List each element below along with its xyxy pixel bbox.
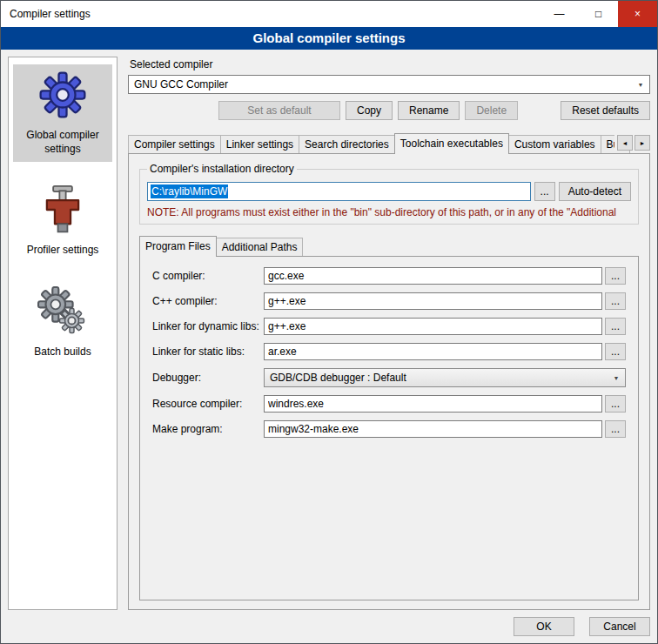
reset-defaults-button[interactable]: Reset defaults bbox=[561, 101, 650, 120]
sidebar-item-profiler-settings[interactable]: Profiler settings bbox=[13, 179, 112, 264]
resource-compiler-label: Resource compiler: bbox=[152, 398, 264, 410]
tab-custom-variables[interactable]: Custom variables bbox=[508, 135, 601, 153]
program-tabs: Program Files Additional Paths bbox=[139, 235, 639, 256]
dialog-footer: OK Cancel bbox=[8, 617, 650, 636]
debugger-value: GDB/CDB debugger : Default bbox=[270, 372, 406, 384]
form-row: Linker for dynamic libs: ... bbox=[152, 318, 626, 335]
tab-search-directories[interactable]: Search directories bbox=[299, 135, 395, 153]
selected-compiler-label: Selected compiler bbox=[130, 58, 650, 70]
make-program-label: Make program: bbox=[152, 423, 264, 435]
sidebar-item-label: Batch builds bbox=[15, 345, 111, 359]
c-compiler-input[interactable] bbox=[264, 267, 602, 285]
linker-dynamic-label: Linker for dynamic libs: bbox=[152, 320, 264, 332]
form-row: Debugger: GDB/CDB debugger : Default ▼ bbox=[152, 368, 626, 387]
minimize-button[interactable]: — bbox=[540, 1, 579, 27]
profiler-tool-icon bbox=[37, 184, 89, 237]
dialog-body: Global compiler settings Profiler settin… bbox=[1, 50, 657, 643]
toolchain-executables-panel: Compiler's installation directory C:\ray… bbox=[128, 153, 650, 610]
installation-directory-legend: Compiler's installation directory bbox=[147, 163, 297, 175]
installation-directory-value: C:\raylib\MinGW bbox=[151, 184, 228, 198]
gear-icon bbox=[37, 70, 89, 122]
sidebar-item-batch-builds[interactable]: Batch builds bbox=[13, 281, 112, 366]
rename-button[interactable]: Rename bbox=[398, 101, 460, 120]
ok-button[interactable]: OK bbox=[514, 617, 574, 636]
make-program-input[interactable] bbox=[264, 420, 602, 438]
chevron-down-icon: ▼ bbox=[608, 370, 624, 386]
close-button[interactable]: × bbox=[618, 1, 657, 27]
installation-directory-input[interactable]: C:\raylib\MinGW bbox=[147, 182, 531, 201]
selected-compiler-dropdown[interactable]: GNU GCC Compiler ▼ bbox=[128, 75, 650, 94]
sidebar-item-label: Profiler settings bbox=[15, 244, 111, 258]
set-as-default-button[interactable]: Set as default bbox=[218, 101, 340, 120]
installation-directory-browse-button[interactable]: ... bbox=[534, 182, 555, 201]
c-compiler-browse-button[interactable]: ... bbox=[605, 267, 626, 285]
delete-button[interactable]: Delete bbox=[465, 101, 518, 120]
compiler-actions: Set as default Copy Rename Delete Reset … bbox=[128, 101, 650, 120]
tab-toolchain-executables[interactable]: Toolchain executables bbox=[394, 133, 509, 154]
chevron-down-icon: ▼ bbox=[633, 77, 648, 92]
installation-directory-group: Compiler's installation directory C:\ray… bbox=[139, 163, 639, 225]
form-row: Make program: ... bbox=[152, 420, 626, 438]
settings-main: Selected compiler GNU GCC Compiler ▼ Set… bbox=[128, 57, 650, 610]
form-row: Resource compiler: ... bbox=[152, 395, 626, 413]
c-compiler-label: C compiler: bbox=[152, 270, 264, 282]
gears-icon bbox=[37, 286, 89, 339]
titlebar: Compiler settings — □ × bbox=[1, 1, 657, 27]
linker-dynamic-browse-button[interactable]: ... bbox=[605, 318, 626, 335]
cpp-compiler-input[interactable] bbox=[264, 292, 602, 310]
tab-scroll-controls: ◄ ► bbox=[614, 135, 650, 151]
tab-scroll-right-button[interactable]: ► bbox=[634, 135, 650, 151]
bin-subdirectory-note: NOTE: All programs must exist either in … bbox=[147, 206, 631, 218]
linker-static-browse-button[interactable]: ... bbox=[605, 343, 626, 360]
auto-detect-button[interactable]: Auto-detect bbox=[559, 182, 631, 201]
debugger-label: Debugger: bbox=[152, 372, 264, 384]
make-program-browse-button[interactable]: ... bbox=[605, 420, 626, 438]
cancel-button[interactable]: Cancel bbox=[589, 617, 650, 636]
tab-compiler-settings[interactable]: Compiler settings bbox=[128, 135, 221, 153]
form-row: C++ compiler: ... bbox=[152, 292, 626, 310]
tab-additional-paths[interactable]: Additional Paths bbox=[216, 238, 304, 256]
resource-compiler-browse-button[interactable]: ... bbox=[605, 395, 626, 413]
linker-static-input[interactable] bbox=[264, 343, 602, 360]
program-files-panel: C compiler: ... C++ compiler: ... Linker… bbox=[139, 256, 639, 600]
tab-linker-settings[interactable]: Linker settings bbox=[220, 135, 299, 153]
cpp-compiler-browse-button[interactable]: ... bbox=[605, 292, 626, 310]
category-sidebar: Global compiler settings Profiler settin… bbox=[8, 57, 118, 610]
tab-program-files[interactable]: Program Files bbox=[139, 236, 217, 257]
form-row: Linker for static libs: ... bbox=[152, 343, 626, 360]
sidebar-item-label: Global compiler settings bbox=[15, 129, 111, 156]
copy-button[interactable]: Copy bbox=[346, 101, 393, 120]
linker-dynamic-input[interactable] bbox=[264, 318, 602, 335]
sidebar-item-global-compiler-settings[interactable]: Global compiler settings bbox=[13, 64, 112, 162]
selected-compiler-value: GNU GCC Compiler bbox=[134, 78, 228, 91]
settings-tabs: Compiler settings Linker settings Search… bbox=[128, 132, 650, 153]
tab-scroll-left-button[interactable]: ◄ bbox=[617, 135, 633, 151]
maximize-button[interactable]: □ bbox=[579, 1, 618, 27]
page-title: Global compiler settings bbox=[1, 27, 657, 50]
window-title: Compiler settings bbox=[1, 8, 540, 20]
debugger-dropdown[interactable]: GDB/CDB debugger : Default ▼ bbox=[264, 368, 626, 387]
linker-static-label: Linker for static libs: bbox=[152, 345, 264, 358]
resource-compiler-input[interactable] bbox=[264, 395, 602, 413]
form-row: C compiler: ... bbox=[152, 267, 626, 285]
cpp-compiler-label: C++ compiler: bbox=[152, 295, 264, 307]
